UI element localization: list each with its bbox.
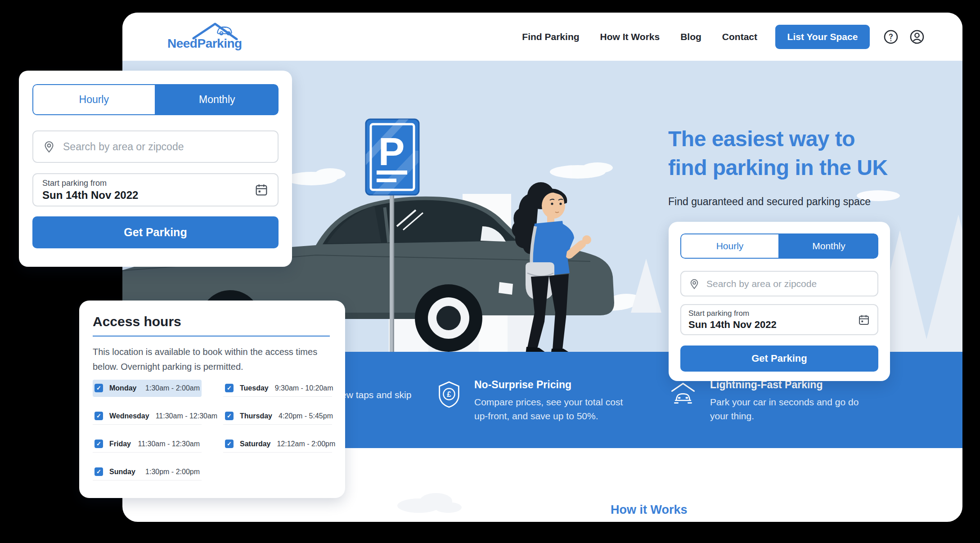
day-label: Tuesday xyxy=(240,384,269,392)
date-texts: Start parking from Sun 14th Nov 2022 xyxy=(42,179,254,202)
pound-shield-icon: £ xyxy=(437,381,461,408)
feature-description: Compare prices, see your total cost up-f… xyxy=(474,395,633,423)
date-texts: Start parking from Sun 14th Nov 2022 xyxy=(688,309,858,331)
search-input[interactable] xyxy=(706,278,870,289)
access-hours-card: Access hours This location is available … xyxy=(79,301,345,498)
get-parking-button[interactable]: Get Parking xyxy=(32,216,279,248)
logo[interactable]: NeedParking xyxy=(167,22,239,54)
check-icon: ✓ xyxy=(96,469,101,475)
day-row-sunday: ✓ Sunday 1:30pm - 2:00pm xyxy=(93,463,202,480)
day-label: Monday xyxy=(109,384,139,392)
feature-title: No-Surprise Pricing xyxy=(474,379,633,391)
calendar-icon xyxy=(858,314,870,326)
pricing-tabs: Hourly Monthly xyxy=(32,84,279,115)
day-time: 11:30am - 12:30am xyxy=(156,412,218,420)
hero-title-line1: The easiest way to xyxy=(668,125,888,153)
day-label: Wednesday xyxy=(109,412,149,420)
svg-text:?: ? xyxy=(889,32,893,40)
day-time: 12:12am - 2:00pm xyxy=(277,440,335,448)
day-row-tuesday: ✓ Tuesday 9:30am - 10:20am xyxy=(223,380,332,397)
access-hours-column-2: ✓ Tuesday 9:30am - 10:20am ✓ Thursday 4:… xyxy=(223,380,332,463)
tab-monthly[interactable]: Monthly xyxy=(779,233,878,259)
list-your-space-button[interactable]: List Your Space xyxy=(775,25,870,49)
search-field xyxy=(680,271,878,296)
hero-search-card: Hourly Monthly Start parking from Sun 14… xyxy=(669,222,890,381)
date-value: Sun 14th Nov 2022 xyxy=(42,189,254,202)
day-time: 9:30am - 10:20am xyxy=(275,384,333,392)
feature-no-surprise-pricing: £ No-Surprise Pricing Compare prices, se… xyxy=(437,379,631,423)
check-icon: ✓ xyxy=(227,385,232,391)
date-label: Start parking from xyxy=(42,179,254,188)
nav-how-it-works[interactable]: How It Works xyxy=(600,31,660,42)
calendar-icon xyxy=(254,183,269,197)
feature-partial-text: ew taps and skip xyxy=(341,390,411,400)
day-row-monday: ✓ Monday 1:30am - 2:00am xyxy=(93,380,202,397)
nav-contact[interactable]: Contact xyxy=(722,31,757,42)
day-row-saturday: ✓ Saturday 12:12am - 2:00pm xyxy=(223,435,332,453)
day-label: Friday xyxy=(109,440,131,448)
tab-hourly[interactable]: Hourly xyxy=(32,84,156,115)
how-it-works-heading: How it Works xyxy=(611,503,688,517)
feature-description: Park your car in seconds and go do your … xyxy=(710,395,868,423)
day-time: 1:30pm - 2:00pm xyxy=(145,468,200,476)
day-time: 4:20pm - 5:45pm xyxy=(279,412,333,420)
help-icon[interactable]: ? xyxy=(883,29,899,45)
day-checkbox[interactable]: ✓ xyxy=(225,412,234,420)
header-icons: ? xyxy=(883,29,925,45)
date-label: Start parking from xyxy=(688,309,858,318)
site-header: NeedParking Find Parking How It Works Bl… xyxy=(122,13,962,61)
location-pin-icon xyxy=(42,140,56,153)
day-row-friday: ✓ Friday 11:30am - 12:30am xyxy=(93,435,202,453)
day-row-wednesday: ✓ Wednesday 11:30am - 12:30am xyxy=(93,408,202,425)
feature-texts: Lightning-Fast Parking Park your car in … xyxy=(710,379,868,423)
day-label: Saturday xyxy=(240,440,270,448)
date-field[interactable]: Start parking from Sun 14th Nov 2022 xyxy=(680,304,878,335)
tab-hourly[interactable]: Hourly xyxy=(680,233,779,259)
day-time: 1:30am - 2:00am xyxy=(145,384,200,392)
nav-blog[interactable]: Blog xyxy=(680,31,701,42)
get-parking-button[interactable]: Get Parking xyxy=(680,346,878,372)
check-icon: ✓ xyxy=(227,413,232,419)
pricing-tabs: Hourly Monthly xyxy=(680,233,878,259)
access-hours-title: Access hours xyxy=(93,314,332,329)
day-checkbox[interactable]: ✓ xyxy=(94,467,103,476)
check-icon: ✓ xyxy=(96,385,101,391)
day-checkbox[interactable]: ✓ xyxy=(94,412,103,420)
day-label: Thursday xyxy=(240,412,272,420)
day-checkbox[interactable]: ✓ xyxy=(225,384,234,392)
check-icon: ✓ xyxy=(96,413,101,419)
location-pin-icon xyxy=(688,278,700,290)
nav-find-parking[interactable]: Find Parking xyxy=(522,31,579,42)
day-checkbox[interactable]: ✓ xyxy=(94,440,103,448)
access-hours-column-1: ✓ Monday 1:30am - 2:00am ✓ Wednesday 11:… xyxy=(93,380,202,491)
access-hours-description: This location is available to book withi… xyxy=(93,345,318,374)
logo-text: NeedParking xyxy=(167,36,242,51)
day-checkbox[interactable]: ✓ xyxy=(94,384,103,392)
garage-car-icon xyxy=(670,381,697,406)
day-row-thursday: ✓ Thursday 4:20pm - 5:45pm xyxy=(223,408,332,425)
hero-title-line2: find parking in the UK xyxy=(668,153,888,182)
search-input[interactable] xyxy=(63,141,269,153)
day-checkbox[interactable]: ✓ xyxy=(225,440,234,448)
account-icon[interactable] xyxy=(909,29,925,45)
search-field xyxy=(32,130,279,163)
day-time: 11:30am - 12:30am xyxy=(138,440,200,448)
bottom-cloud-shape xyxy=(387,484,464,514)
date-field[interactable]: Start parking from Sun 14th Nov 2022 xyxy=(32,173,279,206)
check-icon: ✓ xyxy=(227,441,232,447)
hero-subtitle: Find guaranteed and secured parking spac… xyxy=(668,196,871,208)
check-icon: ✓ xyxy=(96,441,101,447)
feature-texts: No-Surprise Pricing Compare prices, see … xyxy=(474,379,633,423)
day-label: Sunday xyxy=(109,468,139,476)
hero-title: The easiest way to find parking in the U… xyxy=(668,125,888,182)
screenshot-stage: NeedParking Find Parking How It Works Bl… xyxy=(0,0,980,543)
main-nav: Find Parking How It Works Blog Contact xyxy=(522,31,757,42)
feature-lightning-fast-parking: Lightning-Fast Parking Park your car in … xyxy=(670,379,863,423)
title-underline xyxy=(93,336,330,337)
tab-monthly[interactable]: Monthly xyxy=(156,84,279,115)
svg-text:£: £ xyxy=(447,390,451,399)
floating-search-card: Hourly Monthly Start parking from Sun 14… xyxy=(19,71,292,267)
date-value: Sun 14th Nov 2022 xyxy=(688,319,858,331)
